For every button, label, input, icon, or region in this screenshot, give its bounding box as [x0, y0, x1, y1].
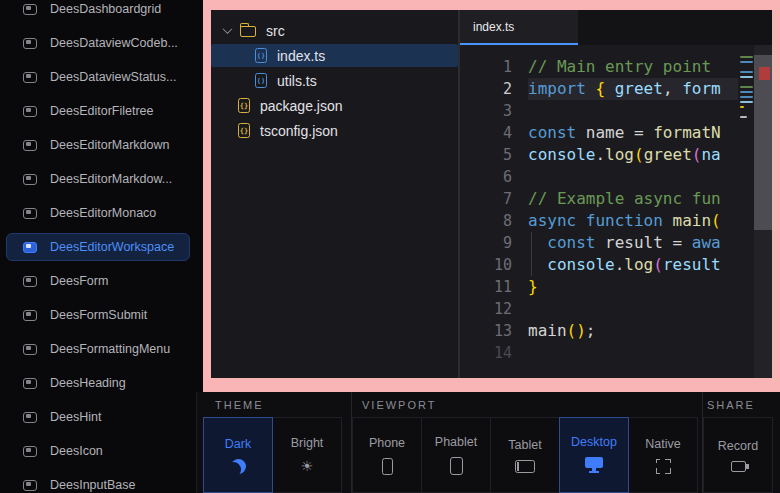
theme-dark-button[interactable]: Dark [203, 417, 273, 493]
sidebar-item-label: DeesForm [50, 274, 108, 288]
minimap-line [740, 116, 747, 118]
button-label: Native [645, 437, 680, 451]
sidebar-item-deesform[interactable]: DeesForm [6, 267, 190, 295]
code-line: 4const name = formatN [460, 122, 772, 144]
phone-icon [382, 458, 393, 475]
code-text [528, 100, 738, 122]
sidebar-item-deeshint[interactable]: DeesHint [6, 403, 190, 431]
preview-highlight-frame: src()index.ts()utils.ts{}package.json{}t… [203, 0, 780, 392]
line-number: 8 [460, 212, 512, 230]
sidebar-item-deeseditorworkspace[interactable]: DeesEditorWorkspace [6, 233, 190, 261]
line-number: 11 [460, 278, 512, 296]
file-name: package.json [260, 98, 343, 114]
file-tree-row-index-ts[interactable]: ()index.ts [211, 44, 458, 67]
file-tree-row-tsconfig-json[interactable]: {}tsconfig.json [211, 119, 458, 142]
code-text [528, 166, 738, 188]
file-tree-row-utils-ts[interactable]: ()utils.ts [211, 69, 458, 92]
tablet-icon [515, 460, 535, 473]
code-editor: index.ts 1// Main entry point2import { g… [460, 10, 772, 378]
sidebar-item-deeseditormarkdow[interactable]: DeesEditorMarkdow... [6, 165, 190, 193]
sidebar-item-deesheading[interactable]: DeesHeading [6, 369, 190, 397]
viewport-phablet-button[interactable]: Phablet [421, 417, 491, 493]
phablet-icon [450, 457, 463, 475]
component-icon [23, 38, 37, 49]
component-icon [23, 276, 37, 287]
line-number: 4 [460, 124, 512, 142]
record-icon [731, 461, 746, 472]
sidebar-item-deesformattingmenu[interactable]: DeesFormattingMenu [6, 335, 190, 363]
toolbar-group-header: VIEWPORT [352, 392, 702, 417]
tab-label: index.ts [473, 20, 514, 34]
component-icon [23, 480, 37, 491]
code-text: } [528, 276, 738, 298]
sidebar-item-deesinputbase[interactable]: DeesInputBase [6, 471, 190, 493]
viewport-desktop-button[interactable]: Desktop [559, 417, 629, 493]
sidebar-item-deesdashboardgrid[interactable]: DeesDashboardgrid [6, 0, 190, 23]
line-number: 14 [460, 344, 512, 362]
scrollbar-slider[interactable] [754, 55, 772, 230]
minimap-line [740, 56, 753, 58]
component-icon [23, 242, 37, 253]
component-icon [23, 140, 37, 151]
sidebar-item-label: DeesDataviewStatus... [50, 70, 176, 84]
code-line: 3 [460, 100, 772, 122]
component-icon [23, 412, 37, 423]
sidebar-item-deesdataviewcodeb[interactable]: DeesDataviewCodeb... [6, 29, 190, 57]
minimap[interactable] [740, 56, 754, 126]
sidebar-item-deesdataviewstatus[interactable]: DeesDataviewStatus... [6, 63, 190, 91]
code-line: 13main(); [460, 320, 772, 342]
button-label: Desktop [571, 435, 617, 449]
sidebar-item-deeseditorfiletree[interactable]: DeesEditorFiletree [6, 97, 190, 125]
code-line: 9 const result = awa [460, 232, 772, 254]
viewport-native-button[interactable]: Native [628, 417, 698, 493]
file-name: src [266, 23, 285, 39]
code-line: 7// Example async fun [460, 188, 772, 210]
editor-workspace: src()index.ts()utils.ts{}package.json{}t… [211, 10, 772, 378]
theme-bright-button[interactable]: Bright [272, 417, 342, 493]
sidebar-item-label: DeesDashboardgrid [50, 2, 161, 16]
component-icon [23, 310, 37, 321]
sidebar-item-deeseditormarkdown[interactable]: DeesEditorMarkdown [6, 131, 190, 159]
component-catalog-app: DeesDashboardgridDeesDataviewCodeb...Dee… [0, 0, 780, 493]
sidebar-item-label: DeesEditorMarkdow... [50, 172, 172, 186]
folder-icon [240, 26, 256, 37]
sidebar-item-label: DeesFormSubmit [50, 308, 147, 322]
moon-icon [231, 459, 246, 474]
toolbar-group-header: SHARE [703, 392, 780, 417]
sidebar-item-label: DeesEditorFiletree [50, 104, 154, 118]
file-tree-row-package-json[interactable]: {}package.json [211, 94, 458, 117]
tab-index-ts[interactable]: index.ts [460, 10, 578, 45]
code-text: console.log(greet(na [528, 144, 738, 166]
line-number: 13 [460, 322, 512, 340]
sidebar-item-deesformsubmit[interactable]: DeesFormSubmit [6, 301, 190, 329]
file-tree: src()index.ts()utils.ts{}package.json{}t… [211, 10, 458, 378]
viewport-phone-button[interactable]: Phone [352, 417, 422, 493]
code-text: main(); [528, 320, 738, 342]
sidebar-item-label: DeesEditorMarkdown [50, 138, 170, 152]
sun-icon [299, 458, 315, 474]
code-area[interactable]: 1// Main entry point2import { greet, for… [460, 45, 772, 378]
json-file-icon: {} [238, 123, 250, 138]
minimap-line [740, 71, 753, 73]
sidebar-item-deeseditormonaco[interactable]: DeesEditorMonaco [6, 199, 190, 227]
line-number: 6 [460, 168, 512, 186]
viewport-tablet-button[interactable]: Tablet [490, 417, 560, 493]
line-number: 7 [460, 190, 512, 208]
toolbar-group-theme: THEMEDarkBright [197, 392, 351, 493]
code-line: 5console.log(greet(na [460, 144, 772, 166]
share-record-button[interactable]: Record [703, 417, 773, 493]
file-tree-row-src[interactable]: src [211, 19, 458, 42]
line-number: 2 [460, 80, 512, 98]
chevron-down-icon[interactable] [223, 24, 233, 34]
sidebar-item-deesicon[interactable]: DeesIcon [6, 437, 190, 465]
file-name: index.ts [277, 48, 325, 64]
minimap-line [740, 76, 753, 78]
native-icon [656, 459, 671, 474]
editor-scrollbar[interactable] [754, 45, 772, 378]
code-line: 1// Main entry point [460, 56, 772, 78]
minimap-line [740, 91, 753, 93]
minimap-line [740, 61, 753, 63]
component-icon [23, 378, 37, 389]
minimap-line [740, 96, 753, 98]
line-number: 3 [460, 102, 512, 120]
